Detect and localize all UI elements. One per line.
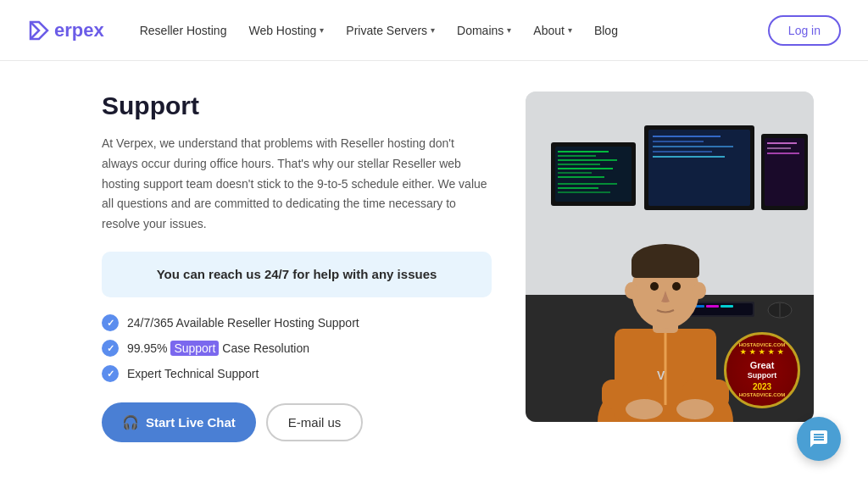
section-description: At Verpex, we understand that problems w… — [102, 134, 492, 235]
svg-rect-19 — [653, 151, 712, 152]
svg-point-46 — [625, 282, 638, 299]
svg-rect-25 — [767, 152, 799, 154]
logo[interactable]: erpex — [27, 19, 104, 42]
chat-fab-button[interactable] — [797, 417, 841, 461]
chevron-down-icon: ▾ — [568, 25, 572, 35]
svg-rect-16 — [653, 136, 721, 137]
feature-text-3: Expert Technical Support — [127, 367, 259, 380]
navigation: erpex Reseller Hosting Web Hosting ▾ Pri… — [0, 0, 868, 61]
svg-rect-8 — [558, 168, 613, 169]
check-icon — [102, 314, 119, 331]
badge-site-top: HOSTADVICE.COM — [739, 342, 786, 349]
support-image: V — [526, 92, 814, 422]
nav-item-webhosting[interactable]: Web Hosting ▾ — [240, 17, 332, 44]
support-image-section: V — [526, 92, 814, 488]
email-button[interactable]: E-mail us — [266, 403, 364, 441]
chevron-down-icon: ▾ — [320, 25, 324, 35]
svg-rect-11 — [558, 183, 617, 185]
svg-point-44 — [650, 282, 659, 291]
section-title: Support — [102, 92, 492, 120]
feature-text-2: 99.95% Support Case Resolution — [127, 341, 309, 355]
feature-list: 24/7/365 Available Reseller Hosting Supp… — [102, 314, 492, 382]
svg-rect-12 — [558, 187, 598, 189]
nav-item-blog[interactable]: Blog — [586, 17, 626, 44]
nav-item-domains[interactable]: Domains ▾ — [448, 17, 520, 44]
svg-rect-3 — [555, 147, 632, 202]
svg-rect-33 — [721, 305, 733, 308]
hostadvice-badge: HOSTADVICE.COM ★ ★ ★ ★ ★ Great Support 2… — [724, 332, 800, 408]
svg-rect-20 — [653, 156, 725, 158]
badge-year: 2023 — [753, 381, 771, 392]
chevron-down-icon: ▾ — [431, 25, 435, 35]
main-content: Support At Verpex, we understand that pr… — [0, 61, 868, 488]
highlight-text: You can reach us 24/7 for help with any … — [119, 265, 475, 285]
svg-rect-43 — [632, 257, 699, 278]
feature-text-1: 24/7/365 Available Reseller Hosting Supp… — [127, 316, 359, 330]
list-item: Expert Technical Support — [102, 365, 492, 382]
list-item: 24/7/365 Available Reseller Hosting Supp… — [102, 314, 492, 331]
check-icon — [102, 365, 119, 382]
button-row: 🎧 Start Live Chat E-mail us — [102, 402, 492, 442]
svg-rect-6 — [558, 159, 617, 161]
badge-site-bottom: HOSTADVICE.COM — [739, 392, 786, 399]
svg-rect-9 — [558, 172, 592, 174]
svg-rect-7 — [558, 164, 600, 165]
badge-stars: ★ ★ ★ ★ ★ — [740, 348, 785, 357]
list-item: 99.95% Support Case Resolution — [102, 340, 492, 357]
logo-text: erpex — [54, 19, 104, 42]
svg-rect-24 — [767, 147, 791, 149]
svg-rect-10 — [558, 176, 604, 178]
highlight-box: You can reach us 24/7 for help with any … — [102, 252, 492, 298]
svg-rect-17 — [653, 141, 704, 142]
svg-point-45 — [672, 282, 681, 291]
nav-item-private-servers[interactable]: Private Servers ▾ — [337, 17, 443, 44]
svg-point-50 — [626, 399, 663, 419]
check-icon — [102, 340, 119, 357]
svg-rect-32 — [706, 305, 719, 308]
badge-support-label: Support — [748, 371, 777, 381]
chevron-down-icon: ▾ — [507, 25, 511, 35]
nav-item-reseller[interactable]: Reseller Hosting — [131, 17, 236, 44]
chat-bubble-icon — [809, 429, 829, 449]
svg-rect-4 — [558, 151, 609, 152]
nav-links: Reseller Hosting Web Hosting ▾ Private S… — [131, 17, 768, 44]
login-button[interactable]: Log in — [768, 15, 841, 46]
start-live-chat-button[interactable]: 🎧 Start Live Chat — [102, 402, 256, 442]
svg-rect-18 — [653, 146, 733, 147]
svg-rect-13 — [558, 191, 610, 193]
badge-great: Great — [750, 359, 775, 371]
nav-item-about[interactable]: About ▾ — [525, 17, 581, 44]
svg-rect-23 — [767, 142, 797, 144]
svg-point-47 — [693, 282, 706, 299]
svg-text:V: V — [657, 369, 665, 382]
svg-rect-5 — [558, 155, 596, 157]
support-section: Support At Verpex, we understand that pr… — [102, 92, 492, 488]
svg-point-51 — [676, 399, 714, 419]
headset-icon: 🎧 — [122, 414, 139, 430]
